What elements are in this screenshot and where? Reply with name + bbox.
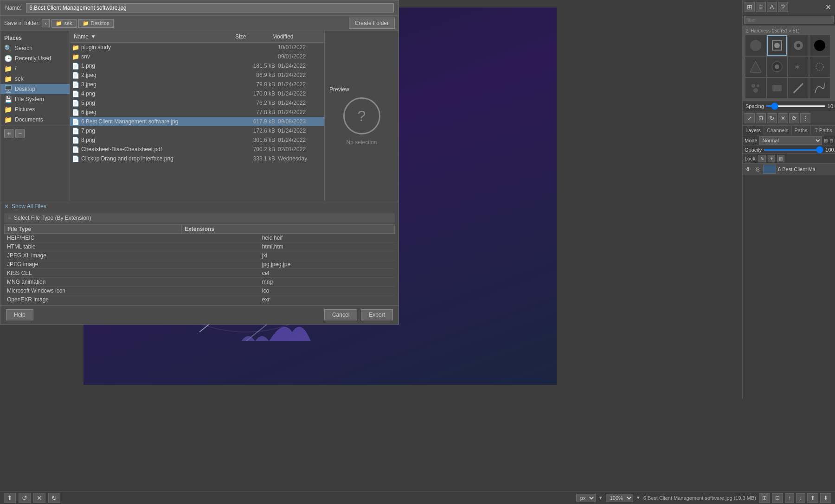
- places-item-desktop[interactable]: 🖥️ Desktop: [0, 84, 70, 94]
- help-button[interactable]: Help: [6, 309, 33, 320]
- filetype-row[interactable]: Microsoft Windows iconico: [4, 287, 395, 295]
- export-button[interactable]: Export: [361, 309, 393, 320]
- file-row[interactable]: 📄 7.png 172.6 kB 01/24/2022: [70, 126, 324, 135]
- brush-item[interactable]: [809, 35, 830, 56]
- right-bottom-icons: ⊞ ⊟ ↑ ↓ ⬆ ⬇: [759, 493, 831, 503]
- filetype-row[interactable]: OpenEXR imageexr: [4, 295, 395, 304]
- close-show-all-icon[interactable]: ✕: [4, 203, 9, 210]
- file-type-section-label: Select File Type (By Extension): [14, 215, 91, 221]
- add-place-button[interactable]: +: [4, 129, 13, 138]
- grid-bottom-icon[interactable]: ⊞: [759, 493, 770, 503]
- lock-plus-icon[interactable]: +: [768, 155, 775, 162]
- tool-icons-row: ⤢ ⊡ ↻ ✕ ⟳ ⋮: [743, 111, 835, 126]
- rotate-icon[interactable]: ↻: [767, 113, 777, 123]
- file-row[interactable]: 📄 1.png 181.5 kB 01/24/2022: [70, 61, 324, 70]
- brush-item[interactable]: [745, 35, 766, 56]
- places-item-root[interactable]: 📁 /: [0, 64, 70, 74]
- brush-item[interactable]: ✶: [788, 57, 809, 77]
- filetype-row[interactable]: MNG animationmng: [4, 278, 395, 287]
- delete-bottom-icon[interactable]: ✕: [33, 493, 45, 503]
- file-row[interactable]: 📄 8.png 301.6 kB 01/24/2022: [70, 135, 324, 145]
- file-row-selected[interactable]: 📄 6 Best Client Management software.jpg …: [70, 117, 324, 126]
- filetype-row[interactable]: HEIF/HEICheic,heif: [4, 234, 395, 242]
- places-item-documents[interactable]: 📁 Documents: [0, 115, 70, 125]
- more-icon[interactable]: ⋮: [800, 113, 810, 123]
- nav-back-button[interactable]: ‹: [42, 19, 50, 27]
- layer-eye-icon[interactable]: 👁: [745, 166, 752, 173]
- name-input[interactable]: [26, 3, 394, 13]
- brush-item[interactable]: [788, 78, 809, 98]
- remove-place-button[interactable]: −: [15, 129, 25, 138]
- brush-item[interactable]: [767, 78, 787, 98]
- filter-input[interactable]: [744, 16, 834, 24]
- export2-bottom-icon[interactable]: ⬆: [807, 493, 818, 503]
- lock-pencil-icon[interactable]: ✎: [758, 155, 766, 162]
- zoom-select[interactable]: 100%: [606, 494, 633, 502]
- transform-icon[interactable]: ⊡: [756, 113, 766, 123]
- lock-grid-icon[interactable]: ⊞: [777, 155, 784, 162]
- scale-icon[interactable]: ⤢: [745, 113, 755, 123]
- file-row[interactable]: 📁 snv 09/01/2022: [70, 52, 324, 61]
- create-folder-button[interactable]: Create Folder: [349, 18, 395, 29]
- up-bottom-icon[interactable]: ↑: [785, 493, 794, 503]
- filetype-row[interactable]: HTML tablehtml,htm: [4, 242, 395, 251]
- brush-item[interactable]: [809, 57, 830, 77]
- opacity-slider[interactable]: [764, 149, 823, 151]
- places-item-sek[interactable]: 📁 sek: [0, 74, 70, 84]
- layer-item[interactable]: 👁 ⛓ 6 Best Client Ma: [743, 164, 835, 175]
- text-icon-btn[interactable]: A: [767, 2, 777, 12]
- cancel-button[interactable]: Cancel: [324, 309, 357, 320]
- unit-select[interactable]: px: [576, 494, 596, 502]
- file-type-section-header[interactable]: − Select File Type (By Extension): [4, 213, 395, 223]
- filetype-row[interactable]: JPEG imagejpg,jpeg,jpe: [4, 260, 395, 269]
- places-item-pictures[interactable]: 📁 Pictures: [0, 104, 70, 115]
- file-icon-row: 📄: [70, 100, 79, 107]
- file-row[interactable]: 📄 4.png 170.0 kB 01/24/2022: [70, 89, 324, 98]
- channels-tab[interactable]: Channels: [764, 126, 791, 135]
- import-bottom-icon[interactable]: ⬇: [820, 493, 831, 503]
- brush-item[interactable]: [809, 78, 830, 98]
- layer-link-icon[interactable]: ⛓: [754, 166, 761, 173]
- spacing-slider[interactable]: [766, 105, 826, 107]
- file-row[interactable]: 📄 Clickup Drang and drop interface.png 3…: [70, 154, 324, 163]
- export-bottom-icon[interactable]: ⬆: [4, 493, 16, 503]
- places-item-search[interactable]: 🔍 Search: [0, 43, 70, 53]
- reset-bottom-icon[interactable]: ↻: [48, 493, 60, 503]
- places-desktop-label: Desktop: [15, 86, 35, 92]
- file-row[interactable]: 📁 plugin study 10/01/2022: [70, 43, 324, 52]
- file-row[interactable]: 📄 6.jpeg 77.8 kB 01/24/2022: [70, 108, 324, 117]
- mode-label: Mode: [745, 138, 758, 143]
- refresh-icon[interactable]: ⟳: [789, 113, 799, 123]
- paths-tab[interactable]: Paths: [792, 126, 811, 135]
- file-row[interactable]: 📄 Cheatsheet-Bias-Cheatsheet.pdf 700.2 k…: [70, 145, 324, 154]
- documents-icon: 📁: [4, 116, 12, 123]
- list-icon-btn[interactable]: ≡: [756, 2, 766, 12]
- delete-icon[interactable]: ✕: [778, 113, 788, 123]
- down-bottom-icon[interactable]: ↓: [796, 493, 805, 503]
- mode-select[interactable]: Normal: [759, 136, 822, 145]
- svg-text:✶: ✶: [794, 63, 801, 72]
- brush-item-selected[interactable]: [767, 35, 787, 56]
- breadcrumb-sek-button[interactable]: 📁 sek: [51, 19, 76, 28]
- breadcrumb-desktop-button[interactable]: 📁 Desktop: [78, 19, 114, 28]
- help-icon-btn[interactable]: ?: [778, 2, 788, 12]
- filetype-row[interactable]: JPEG XL imagejxl: [4, 251, 395, 260]
- layers-bottom-icon[interactable]: ⊟: [772, 493, 783, 503]
- file-row[interactable]: 📄 3.jpeg 79.8 kB 01/24/2022: [70, 80, 324, 89]
- brush-item[interactable]: [745, 57, 766, 77]
- grid-icon-btn[interactable]: ⊞: [745, 2, 755, 12]
- refresh-bottom-icon[interactable]: ↺: [19, 493, 31, 503]
- places-item-filesystem[interactable]: 💾 File System: [0, 94, 70, 104]
- file-row[interactable]: 📄 5.png 76.2 kB 01/24/2022: [70, 98, 324, 108]
- brush-item[interactable]: [767, 57, 787, 77]
- column-name-header[interactable]: Name ▼: [70, 32, 233, 41]
- brush-item[interactable]: [788, 35, 809, 56]
- layers-tab[interactable]: Layers: [743, 126, 764, 135]
- filetype-row[interactable]: KISS CELcel: [4, 269, 395, 278]
- places-item-recently-used[interactable]: 🕒 Recently Used: [0, 53, 70, 64]
- brush-title: 2. Hardness 050 (51 × 51): [745, 27, 833, 34]
- close-right-panel-icon[interactable]: ✕: [823, 2, 833, 12]
- file-row[interactable]: 📄 2.jpeg 86.9 kB 01/24/2022: [70, 70, 324, 80]
- brush-item[interactable]: [745, 78, 766, 98]
- show-all-files-link[interactable]: Show All Files: [12, 203, 46, 210]
